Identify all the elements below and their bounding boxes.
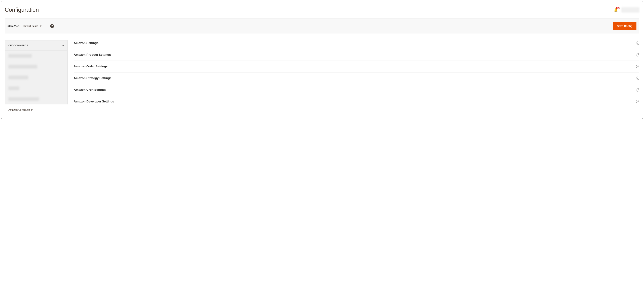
header-actions: 🔔 61 — [614, 7, 639, 12]
section-amazon-order-settings[interactable]: Amazon Order Settings — [74, 61, 639, 72]
caret-down-icon — [40, 26, 42, 26]
section-amazon-settings[interactable]: Amazon Settings — [74, 40, 639, 49]
section-title: Amazon Product Settings — [74, 53, 111, 56]
sidebar-item[interactable] — [5, 61, 68, 72]
account-menu[interactable] — [621, 7, 639, 12]
page-title: Configuration — [5, 6, 39, 13]
config-main: Amazon Settings Amazon Product Settings … — [74, 40, 639, 115]
expand-icon — [636, 76, 639, 80]
expand-icon — [636, 100, 639, 103]
section-amazon-developer-settings[interactable]: Amazon Developer Settings — [74, 96, 639, 107]
expand-icon — [636, 42, 639, 45]
section-amazon-cron-settings[interactable]: Amazon Cron Settings — [74, 84, 639, 96]
section-title: Amazon Settings — [74, 41, 98, 45]
sidebar-item[interactable] — [5, 72, 68, 83]
section-title: Amazon Order Settings — [74, 65, 108, 68]
notifications-button[interactable]: 🔔 61 — [614, 8, 618, 12]
section-title: Amazon Developer Settings — [74, 100, 114, 103]
store-view-select[interactable]: Default Config — [24, 25, 42, 27]
notification-badge: 61 — [616, 7, 620, 9]
sidebar-items — [5, 50, 68, 104]
sidebar-item[interactable] — [5, 94, 68, 104]
sidebar-item[interactable] — [5, 50, 68, 61]
save-config-button[interactable]: Save Config — [613, 22, 636, 30]
section-title: Amazon Strategy Settings — [74, 76, 112, 80]
toolbar: Store View: Default Config ? Save Config — [5, 18, 639, 34]
help-icon[interactable]: ? — [50, 24, 54, 28]
expand-icon — [636, 53, 639, 56]
chevron-up-icon — [62, 44, 64, 47]
sidebar-item[interactable] — [5, 83, 68, 94]
expand-icon — [636, 88, 639, 92]
sidebar-group-header[interactable]: CEDCOMMERCE — [5, 40, 68, 50]
section-amazon-strategy-settings[interactable]: Amazon Strategy Settings — [74, 72, 639, 84]
store-view-value: Default Config — [24, 25, 38, 27]
section-title: Amazon Cron Settings — [74, 88, 106, 92]
toolbar-left: Store View: Default Config ? — [8, 24, 54, 28]
expand-icon — [636, 65, 639, 68]
sidebar-item-label: Amazon Configuration — [8, 108, 34, 111]
section-amazon-product-settings[interactable]: Amazon Product Settings — [74, 49, 639, 61]
store-view-label: Store View: — [8, 25, 20, 27]
sidebar: CEDCOMMERCE Amazon Configuration — [5, 40, 68, 115]
sidebar-item-amazon-configuration[interactable]: Amazon Configuration — [5, 104, 68, 115]
sidebar-group-title: CEDCOMMERCE — [8, 44, 28, 47]
